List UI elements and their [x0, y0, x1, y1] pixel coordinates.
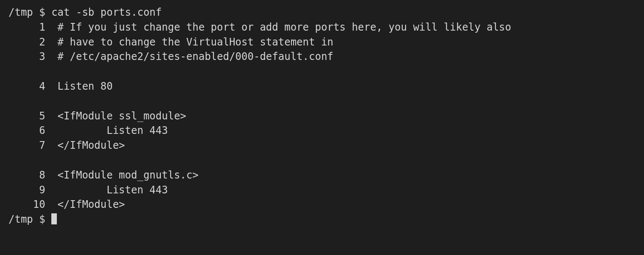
output-line: 3 # /etc/apache2/sites-enabled/000-defau…	[8, 49, 636, 64]
prompt-path: /tmp	[8, 213, 33, 225]
command-output: 1 # If you just change the port or add m…	[8, 20, 636, 212]
output-line: 4 Listen 80	[8, 79, 636, 94]
output-line	[8, 153, 636, 168]
prompt-symbol: $	[39, 6, 45, 18]
prompt-line-2: /tmp $	[8, 212, 636, 227]
output-line: 8 <IfModule mod_gnutls.c>	[8, 168, 636, 183]
output-line	[8, 94, 636, 109]
output-line: 5 <IfModule ssl_module>	[8, 109, 636, 124]
prompt-symbol: $	[39, 213, 45, 225]
cursor-icon	[51, 213, 57, 224]
prompt-path: /tmp	[8, 6, 33, 18]
prompt-line-1: /tmp $ cat -sb ports.conf	[8, 5, 636, 20]
output-line: 1 # If you just change the port or add m…	[8, 20, 636, 35]
command-text: cat -sb ports.conf	[51, 6, 162, 18]
output-line	[8, 64, 636, 79]
terminal-window[interactable]: /tmp $ cat -sb ports.conf 1 # If you jus…	[8, 5, 636, 227]
output-line: 10 </IfModule>	[8, 197, 636, 212]
output-line: 2 # have to change the VirtualHost state…	[8, 35, 636, 50]
output-line: 9 Listen 443	[8, 183, 636, 198]
output-line: 7 </IfModule>	[8, 138, 636, 153]
output-line: 6 Listen 443	[8, 123, 636, 138]
